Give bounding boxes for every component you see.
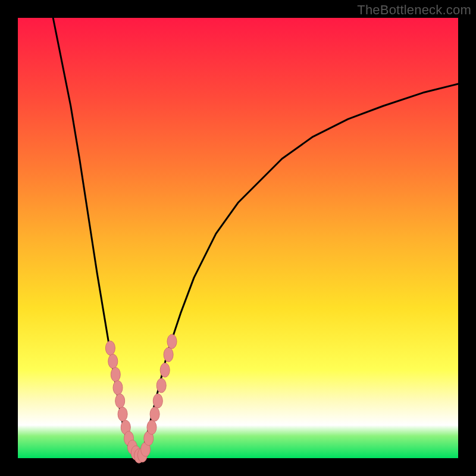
- data-marker: [160, 363, 170, 377]
- data-marker: [156, 378, 166, 393]
- data-marker: [115, 394, 125, 408]
- data-marker: [150, 407, 159, 421]
- data-marker: [108, 354, 118, 368]
- data-marker: [167, 334, 177, 349]
- curve-right: [137, 84, 458, 458]
- curve-left: [53, 18, 137, 458]
- data-marker: [113, 381, 123, 395]
- data-marker: [118, 407, 127, 421]
- data-marker: [164, 347, 173, 362]
- marker-group: [105, 334, 177, 463]
- data-marker: [111, 367, 120, 381]
- data-marker: [153, 394, 162, 408]
- plot-area: [18, 18, 458, 458]
- data-marker: [147, 420, 156, 434]
- outer-frame: TheBottleneck.com: [0, 0, 476, 476]
- chart-svg: [18, 18, 458, 458]
- watermark-text: TheBottleneck.com: [357, 2, 471, 18]
- data-marker: [105, 341, 115, 355]
